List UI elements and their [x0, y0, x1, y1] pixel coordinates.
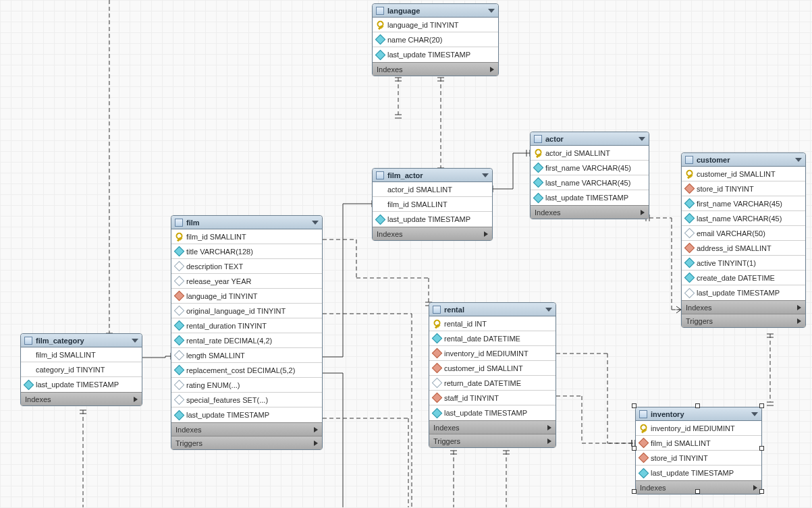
expand-icon[interactable]	[547, 425, 551, 430]
column-row[interactable]: last_update TIMESTAMP	[373, 47, 498, 62]
section-triggers[interactable]: Triggers	[171, 436, 322, 449]
selection-handle[interactable]	[759, 403, 764, 408]
column-row[interactable]: store_id TINYINT	[682, 181, 805, 196]
column-row[interactable]: last_update TIMESTAMP	[171, 407, 322, 422]
table-language[interactable]: languagelanguage_id TINYINTname CHAR(20)…	[372, 3, 499, 76]
column-row[interactable]: inventory_id MEDIUMINT	[636, 421, 761, 436]
expand-icon[interactable]	[753, 485, 757, 490]
table-customer[interactable]: customercustomer_id SMALLINTstore_id TIN…	[681, 152, 806, 328]
collapse-icon[interactable]	[312, 221, 319, 225]
section-indexes[interactable]: Indexes	[682, 300, 805, 314]
column-row[interactable]: language_id TINYINT	[373, 18, 498, 32]
column-row[interactable]: replacement_cost DECIMAL(5,2)	[171, 363, 322, 378]
table-titlebar[interactable]: actor	[531, 132, 649, 146]
table-titlebar[interactable]: inventory	[636, 407, 761, 421]
selection-handle[interactable]	[695, 489, 700, 494]
expand-icon[interactable]	[797, 318, 801, 324]
column-row[interactable]: film_id SMALLINT	[171, 229, 322, 244]
collapse-icon[interactable]	[488, 9, 495, 13]
column-row[interactable]: staff_id TINYINT	[429, 391, 556, 405]
table-film_category[interactable]: film_categoryfilm_id SMALLINTcategory_id…	[20, 333, 142, 406]
column-row[interactable]: return_date DATETIME	[429, 376, 556, 391]
column-row[interactable]: film_id SMALLINT	[636, 436, 761, 451]
section-indexes[interactable]: Indexes	[171, 422, 322, 436]
column-row[interactable]: customer_id SMALLINT	[682, 167, 805, 181]
column-row[interactable]: last_update TIMESTAMP	[373, 212, 492, 227]
expand-icon[interactable]	[490, 67, 494, 72]
collapse-icon[interactable]	[482, 173, 489, 177]
table-film_actor[interactable]: film_actoractor_id SMALLINTfilm_id SMALL…	[372, 168, 493, 241]
column-row[interactable]: rating ENUM(...)	[171, 378, 322, 393]
collapse-icon[interactable]	[639, 137, 645, 141]
selection-handle[interactable]	[695, 403, 700, 408]
expand-icon[interactable]	[134, 397, 138, 402]
expand-icon[interactable]	[797, 305, 801, 310]
column-label: actor_id SMALLINT	[387, 186, 452, 194]
expand-icon[interactable]	[547, 439, 551, 444]
table-titlebar[interactable]: language	[373, 4, 498, 18]
column-row[interactable]: last_name VARCHAR(45)	[531, 175, 649, 190]
selection-handle[interactable]	[759, 446, 764, 451]
table-titlebar[interactable]: film_actor	[373, 169, 492, 182]
column-row[interactable]: last_update TIMESTAMP	[531, 190, 649, 205]
section-indexes[interactable]: Indexes	[373, 62, 498, 76]
column-row[interactable]: release_year YEAR	[171, 274, 322, 289]
column-row[interactable]: film_id SMALLINT	[21, 347, 142, 362]
selection-handle[interactable]	[632, 489, 637, 494]
collapse-icon[interactable]	[545, 308, 552, 312]
table-actor[interactable]: actoractor_id SMALLINTfirst_name VARCHAR…	[530, 132, 649, 219]
column-row[interactable]: create_date DATETIME	[682, 271, 805, 285]
collapse-icon[interactable]	[751, 412, 758, 416]
expand-icon[interactable]	[484, 231, 488, 237]
column-row[interactable]: address_id SMALLINT	[682, 241, 805, 256]
column-row[interactable]: length SMALLINT	[171, 348, 322, 363]
section-indexes[interactable]: Indexes	[429, 420, 556, 434]
column-row[interactable]: store_id TINYINT	[636, 451, 761, 465]
column-row[interactable]: name CHAR(20)	[373, 32, 498, 47]
column-row[interactable]: last_update TIMESTAMP	[636, 465, 761, 480]
column-row[interactable]: last_update TIMESTAMP	[429, 405, 556, 420]
table-rental[interactable]: rentalrental_id INTrental_date DATETIMEi…	[429, 302, 556, 448]
column-row[interactable]: rental_duration TINYINT	[171, 318, 322, 333]
column-row[interactable]: actor_id SMALLINT	[373, 182, 492, 197]
section-indexes[interactable]: Indexes	[21, 392, 142, 405]
collapse-icon[interactable]	[132, 339, 138, 343]
table-titlebar[interactable]: film_category	[21, 334, 142, 347]
column-row[interactable]: description TEXT	[171, 259, 322, 274]
column-row[interactable]: inventory_id MEDIUMINT	[429, 346, 556, 361]
column-row[interactable]: email VARCHAR(50)	[682, 226, 805, 241]
expand-icon[interactable]	[314, 427, 318, 432]
column-row[interactable]: original_language_id TINYINT	[171, 304, 322, 318]
column-row[interactable]: last_name VARCHAR(45)	[682, 211, 805, 226]
column-row[interactable]: first_name VARCHAR(45)	[682, 196, 805, 211]
column-row[interactable]: first_name VARCHAR(45)	[531, 161, 649, 175]
table-film[interactable]: filmfilm_id SMALLINTtitle VARCHAR(128)de…	[171, 215, 323, 450]
column-row[interactable]: rental_rate DECIMAL(4,2)	[171, 333, 322, 348]
column-row[interactable]: actor_id SMALLINT	[531, 146, 649, 161]
column-row[interactable]: customer_id SMALLINT	[429, 361, 556, 376]
table-inventory[interactable]: inventoryinventory_id MEDIUMINTfilm_id S…	[635, 407, 762, 495]
section-triggers[interactable]: Triggers	[429, 434, 556, 447]
column-row[interactable]: special_features SET(...)	[171, 393, 322, 407]
expand-icon[interactable]	[314, 441, 318, 446]
column-row[interactable]: last_update TIMESTAMP	[682, 285, 805, 300]
table-titlebar[interactable]: rental	[429, 303, 556, 316]
column-row[interactable]: film_id SMALLINT	[373, 197, 492, 212]
column-row[interactable]: active TINYINT(1)	[682, 256, 805, 271]
column-row[interactable]: title VARCHAR(128)	[171, 244, 322, 259]
column-row[interactable]: rental_id INT	[429, 316, 556, 331]
collapse-icon[interactable]	[795, 158, 802, 162]
section-triggers[interactable]: Triggers	[682, 314, 805, 327]
column-row[interactable]: last_update TIMESTAMP	[21, 377, 142, 392]
section-indexes[interactable]: Indexes	[531, 205, 649, 219]
section-indexes[interactable]: Indexes	[373, 227, 492, 240]
table-titlebar[interactable]: film	[171, 216, 322, 229]
column-row[interactable]: category_id TINYINT	[21, 362, 142, 377]
column-row[interactable]: language_id TINYINT	[171, 289, 322, 304]
column-row[interactable]: rental_date DATETIME	[429, 331, 556, 346]
expand-icon[interactable]	[641, 210, 645, 215]
selection-handle[interactable]	[759, 489, 764, 494]
selection-handle[interactable]	[632, 403, 637, 408]
selection-handle[interactable]	[632, 446, 637, 451]
table-titlebar[interactable]: customer	[682, 153, 805, 167]
